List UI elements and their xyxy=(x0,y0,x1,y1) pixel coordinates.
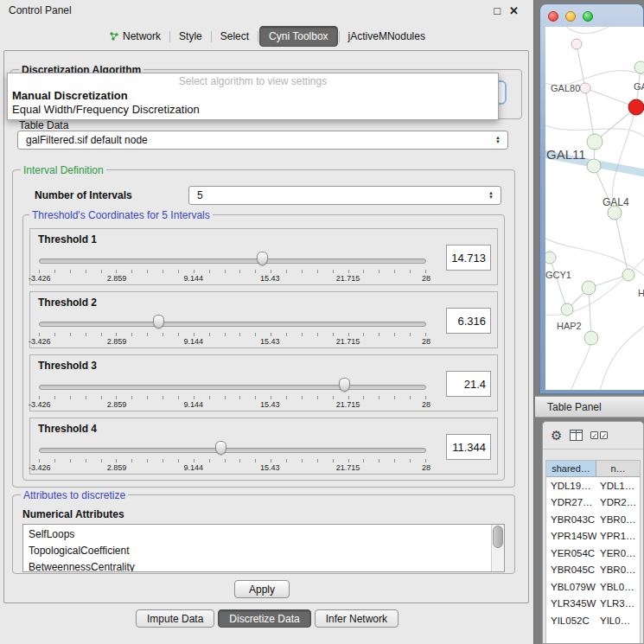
slider-track[interactable] xyxy=(39,448,426,453)
algorithm-option-equal-width-frequency-discretization[interactable]: Equal Width/Frequency Discretization xyxy=(8,103,498,117)
node-table: shared… n… YDL19…YDL1…YDR27…YDR2…YBR043C… xyxy=(545,460,641,643)
table-row[interactable]: YBR045CYBR0… xyxy=(546,562,640,579)
threshold-slider[interactable] xyxy=(39,315,426,332)
algorithm-option-manual-discretization[interactable]: Manual Discretization xyxy=(8,89,498,103)
slider-track[interactable] xyxy=(39,385,426,390)
network-edge xyxy=(561,27,616,34)
network-node[interactable] xyxy=(580,83,590,93)
threshold-slider[interactable] xyxy=(39,378,426,395)
list-item[interactable]: SelfLoops xyxy=(29,526,504,543)
columns-icon[interactable] xyxy=(570,430,583,441)
float-window-icon[interactable]: □ xyxy=(494,4,501,17)
table-panel-title: Table Panel xyxy=(547,401,602,413)
algorithm-dropdown-popup: Select algorithm to view settings Manual… xyxy=(7,73,499,120)
bottom-tab-bar: Impute DataDiscretize DataInfer Network xyxy=(0,609,534,628)
top-tab-bar: NetworkStyleSelectCyni ToolboxjActiveMNo… xyxy=(0,26,534,47)
network-node[interactable] xyxy=(561,303,573,316)
window-traffic-lights xyxy=(548,11,593,22)
tab-separator xyxy=(258,31,258,42)
network-canvas[interactable]: GAL80GAGAL11GAL4GCY1HAP2H xyxy=(545,27,644,390)
gear-icon[interactable]: ⚙ xyxy=(551,429,562,442)
threshold-panel-4: Threshold 4-3.4262.8599.14415.4321.71528… xyxy=(29,418,498,475)
cell-shared-name: YBR043C xyxy=(546,514,596,525)
tick-label: 9.144 xyxy=(183,337,204,346)
network-node[interactable] xyxy=(582,281,596,295)
network-node-selected[interactable] xyxy=(628,99,644,115)
cell-name: YBR0… xyxy=(596,514,640,525)
threshold-slider[interactable] xyxy=(39,252,426,269)
list-item[interactable]: TopologicalCoefficient xyxy=(29,543,504,559)
select-all-icon[interactable]: ✓✓ xyxy=(590,431,608,439)
tab-discretize-data[interactable]: Discretize Data xyxy=(218,609,310,628)
tab-infer-network[interactable]: Infer Network xyxy=(315,609,399,628)
algorithm-options: Manual DiscretizationEqual Width/Frequen… xyxy=(8,89,498,117)
tab-style[interactable]: Style xyxy=(171,27,210,46)
zoom-window-icon[interactable] xyxy=(583,11,593,22)
threshold-value-field[interactable]: 14.713 xyxy=(446,245,491,271)
tab-separator xyxy=(211,31,212,42)
window-title: Control Panel xyxy=(9,4,72,16)
table-panel-header: Table Panel xyxy=(535,396,644,418)
tick-label: 15.43 xyxy=(259,274,280,283)
tab-label: jActiveMNodules xyxy=(348,30,425,42)
slider-thumb[interactable] xyxy=(215,441,226,455)
table-data-combobox[interactable]: galFiltered.sif default node ▲▼ xyxy=(17,131,508,150)
slider-ticks xyxy=(39,270,426,273)
attributes-scrollbar[interactable] xyxy=(491,525,504,571)
combo-stepper-icon: ▲▼ xyxy=(484,191,501,200)
number-of-intervals-combobox[interactable]: 5 ▲▼ xyxy=(188,186,501,205)
tick-label: 21.715 xyxy=(336,463,360,472)
tab-select[interactable]: Select xyxy=(213,27,257,46)
tab-cyni-toolbox[interactable]: Cyni Toolbox xyxy=(259,26,337,47)
scrollbar-thumb[interactable] xyxy=(493,526,503,548)
close-window-icon[interactable] xyxy=(548,11,558,22)
tab-network[interactable]: Network xyxy=(101,27,169,46)
table-row[interactable]: YBR043CYBR0… xyxy=(546,511,640,528)
table-body: YDL19…YDL1…YDR27…YDR2…YBR043CYBR0…YPR145… xyxy=(546,477,640,629)
tick-label: 28 xyxy=(416,463,437,472)
node-label: GAL11 xyxy=(546,147,586,162)
column-header-shared-name[interactable]: shared… xyxy=(546,461,596,476)
tab-jactivemnodules[interactable]: jActiveMNodules xyxy=(341,27,433,46)
network-node[interactable] xyxy=(545,252,556,264)
network-node[interactable] xyxy=(622,269,634,281)
tick-label: 2.859 xyxy=(106,463,127,472)
close-icon[interactable]: ✕ xyxy=(509,4,519,17)
apply-button[interactable]: Apply xyxy=(234,580,290,598)
thresholds-group-title: Threshold's Coordinates for 5 Intervals xyxy=(29,209,213,221)
tick-label: -3.426 xyxy=(29,400,51,409)
minimize-window-icon[interactable] xyxy=(565,11,576,22)
network-node[interactable] xyxy=(587,134,603,150)
network-view-window: GAL80GAGAL11GAL4GCY1HAP2H xyxy=(539,3,644,394)
table-row[interactable]: YER054CYER0… xyxy=(546,545,640,562)
slider-ticks xyxy=(39,333,426,336)
tab-separator xyxy=(339,31,340,42)
tab-impute-data[interactable]: Impute Data xyxy=(136,609,214,628)
network-node[interactable] xyxy=(571,39,582,49)
threshold-slider[interactable] xyxy=(39,441,426,458)
column-header-name[interactable]: n… xyxy=(596,461,640,476)
table-row[interactable]: YBL079WYBL0… xyxy=(546,578,640,596)
table-row[interactable]: YDR27…YDR2… xyxy=(546,494,640,512)
network-node[interactable] xyxy=(584,331,598,345)
threshold-panel-1: Threshold 1-3.4262.8599.14415.4321.71528… xyxy=(29,228,498,285)
tick-label: -3.426 xyxy=(29,463,51,472)
threshold-value-field[interactable]: 6.316 xyxy=(446,308,491,334)
threshold-value-field[interactable]: 21.4 xyxy=(446,371,491,397)
threshold-value-field[interactable]: 11.344 xyxy=(446,434,491,460)
network-node[interactable] xyxy=(587,159,601,173)
table-panel-window: ⚙ ✓✓ shared… n… YDL19…YDL1…YDR27…YDR2…YB… xyxy=(542,421,644,644)
tab-label: Select xyxy=(220,30,249,42)
slider-track[interactable] xyxy=(39,322,426,327)
table-row[interactable]: YPR145WYPR1… xyxy=(546,528,640,545)
table-row[interactable]: YDL19…YDL1… xyxy=(546,477,640,494)
list-item[interactable]: BetweennessCentrality xyxy=(29,559,504,572)
attributes-listbox[interactable]: SelfLoopsTopologicalCoefficientBetweenne… xyxy=(22,524,505,572)
tick-label: 21.715 xyxy=(336,274,360,283)
table-row[interactable]: YIL052CYIL0… xyxy=(546,612,640,629)
network-node[interactable] xyxy=(634,61,644,73)
cell-shared-name: YIL052C xyxy=(546,615,596,626)
table-row[interactable]: YLR345WYLR3… xyxy=(546,596,640,613)
slider-track[interactable] xyxy=(39,258,426,264)
slider-tick-labels: -3.4262.8599.14415.4321.71528 xyxy=(29,400,437,409)
